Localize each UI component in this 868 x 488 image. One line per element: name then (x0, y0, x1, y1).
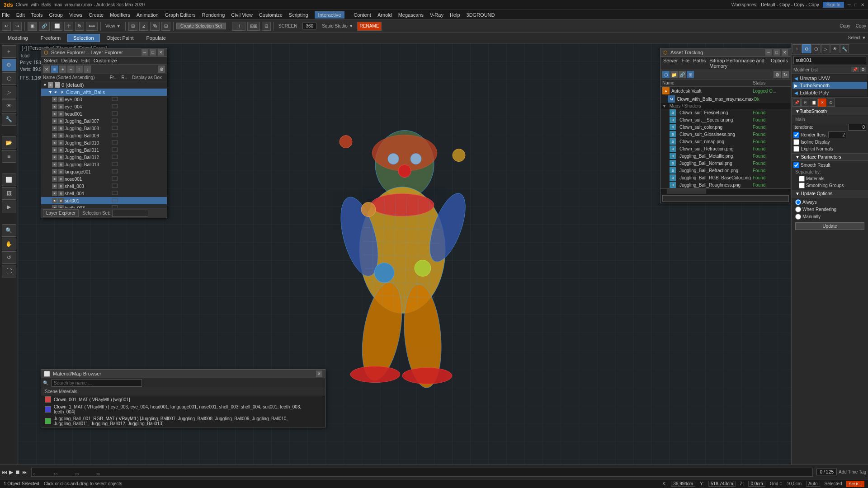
maximize-btn[interactable]: □ (854, 2, 857, 7)
menu-help[interactable]: Help (450, 12, 460, 18)
tab-freeform[interactable]: Freeform (35, 34, 67, 42)
tl-add-time-tag[interactable]: Add Time Tag (839, 469, 866, 474)
align-btn[interactable]: ⊟ (262, 22, 271, 31)
at-menu-file[interactable]: File (681, 58, 689, 69)
at-asset-juggling-ball-metallic-png[interactable]: B Juggling_Ball_Metallic.png Found (660, 152, 791, 160)
snap-toggle-btn[interactable]: ⊞ (128, 22, 137, 31)
row-vis-icon[interactable]: 👁 (52, 133, 57, 138)
at-maximize-btn[interactable]: □ (774, 49, 780, 56)
menu-vray[interactable]: V-Ray (430, 12, 443, 18)
row-rend-icon[interactable]: R (58, 140, 64, 145)
row-rend-icon[interactable]: R (58, 191, 64, 196)
rp-when-rendering-radio[interactable] (795, 206, 801, 212)
se-row-juggling-ball011[interactable]: 👁 R Juggling_Ball011 (41, 146, 167, 154)
se-menu-select[interactable]: Select (44, 58, 58, 63)
rename-btn[interactable]: RENAME (357, 22, 382, 31)
tl-next-frame-btn[interactable]: ⏭ (22, 469, 28, 475)
menu-scripting[interactable]: Scripting (289, 12, 308, 18)
rp-render-iters-input[interactable] (828, 131, 846, 138)
minimize-btn[interactable]: ─ (848, 2, 851, 7)
menu-group[interactable]: Group (49, 12, 63, 18)
se-remove-btn[interactable]: − (67, 66, 75, 73)
at-close-btn[interactable]: ✕ (782, 49, 788, 56)
row-vis-icon[interactable]: 👁 (52, 140, 57, 145)
se-row-shell-004[interactable]: 👁 R shell_004 (41, 190, 167, 197)
se-selection-set-input[interactable] (112, 210, 148, 217)
se-footer-layer-btn[interactable]: Layer Explorer (43, 209, 79, 217)
clown-vis-icon[interactable]: 👁 (53, 89, 59, 95)
row-rend-icon[interactable]: R (58, 126, 64, 131)
at-menu-server[interactable]: Server (663, 58, 678, 69)
clown-rend-icon[interactable]: R (60, 89, 65, 95)
row-vis-icon[interactable]: 👁 (52, 191, 57, 196)
rp-object-name-input[interactable] (793, 56, 866, 64)
row-rend-icon[interactable]: R (58, 205, 64, 208)
layer-render-icon[interactable]: R (55, 82, 60, 88)
copy-label-2[interactable]: Copy (856, 23, 866, 28)
menu-file[interactable]: File (2, 12, 10, 18)
menu-interactive[interactable]: Interactive (315, 11, 345, 19)
move-btn[interactable]: ✛ (64, 22, 73, 31)
se-row-clown[interactable]: ▼ 👁 R Clown_with_Balls (41, 89, 167, 96)
rotate-btn[interactable]: ↻ (75, 22, 84, 31)
copy-label-1[interactable]: Copy (840, 23, 850, 28)
rp-materials-cb[interactable] (799, 176, 805, 182)
mb-mat-2[interactable]: Clown_1_MAT ( VRayMtl ) [ eye_003, eye_0… (41, 404, 325, 415)
tl-prev-frame-btn[interactable]: ⏮ (2, 469, 7, 475)
row-vis-icon[interactable]: 👁 (52, 169, 57, 174)
workspace-value[interactable]: Default - Copy - Copy - Copy (761, 2, 819, 7)
row-vis-icon[interactable]: 👁 (52, 104, 57, 109)
rp-smooth-result-cb[interactable] (793, 162, 799, 168)
row-vis-icon[interactable]: 👁 (52, 162, 57, 167)
row-rend-icon[interactable]: R (58, 104, 64, 109)
rp-isoline-cb[interactable] (793, 139, 799, 145)
scene-explorer-icon[interactable]: 📂 (2, 136, 16, 149)
menu-create[interactable]: Create (89, 12, 104, 18)
row-rend-icon[interactable]: R (58, 147, 64, 153)
se-down-btn[interactable]: ↓ (84, 66, 91, 73)
at-path-field[interactable] (662, 195, 789, 202)
row-vis-icon[interactable]: 👁 (52, 126, 57, 131)
row-vis-icon[interactable]: 👁 (52, 183, 57, 189)
se-minimize-btn[interactable]: ─ (142, 49, 148, 56)
rp-manually-radio[interactable] (795, 214, 801, 220)
se-layer-btn[interactable]: ≡ (51, 66, 58, 73)
menu-graph-editors[interactable]: Graph Editors (165, 12, 196, 18)
rp-turbosmooth-row[interactable]: ▶ TurboSmooth (793, 82, 867, 89)
at-menu-options[interactable]: Options (771, 58, 788, 69)
at-asset-clown-suit--specular-png[interactable]: B Clown_suit__Specular.png Found (660, 116, 791, 123)
row-rend-icon[interactable]: R (58, 176, 64, 182)
select-rect-btn[interactable]: ⬜ (52, 22, 62, 31)
rp-update-btn[interactable]: Update (795, 222, 864, 230)
select-btn[interactable]: Select ▼ (848, 35, 866, 40)
se-row-juggling-ball008[interactable]: 👁 R Juggling_Ball008 (41, 125, 167, 132)
rp-modify-tab[interactable]: ⚙ (802, 44, 811, 53)
row-vis-icon[interactable]: 👁 (52, 176, 57, 182)
rp-turbosmooth-header[interactable]: ▼ TurboSmooth (792, 108, 868, 115)
studio-label[interactable]: Squid Studio ▼ (322, 23, 353, 28)
row-rend-icon[interactable]: R (58, 133, 64, 138)
se-up-btn[interactable]: ↑ (75, 66, 83, 73)
rp-pin-mod-btn[interactable]: 📌 (793, 99, 801, 107)
create-selection-set-btn[interactable]: Create Selection Set (176, 23, 226, 29)
row-vis-icon[interactable]: 👁 (52, 198, 57, 203)
maximize-viewport-icon[interactable]: ⛶ (2, 265, 16, 277)
se-row-teeth-003[interactable]: 👁 R teeth_003 (41, 204, 167, 208)
se-close-btn[interactable]: ✕ (158, 49, 164, 56)
menu-modifiers[interactable]: Modifiers (110, 12, 130, 18)
array-btn[interactable]: ⊞⊞ (247, 22, 260, 31)
at-asset-clown-suit-glossiness-png[interactable]: B Clown_suit_Glossiness.png Found (660, 131, 791, 138)
rp-hierarchy-tab[interactable]: ⬡ (811, 44, 821, 53)
rp-always-radio[interactable] (795, 199, 801, 205)
se-filter-btn[interactable]: ✕ (43, 66, 50, 73)
at-toolbar-icon1[interactable]: ⬡ (662, 71, 670, 78)
se-settings-btn[interactable]: ⚙ (158, 66, 165, 73)
tab-modeling[interactable]: Modeling (2, 34, 34, 42)
se-row-nose001[interactable]: 👁 R nose001 (41, 175, 167, 183)
se-maximize-btn[interactable]: □ (150, 49, 156, 56)
row-vis-icon[interactable]: 👁 (52, 111, 57, 117)
rp-iterations-input[interactable] (848, 124, 866, 131)
at-asset-clown-suit-color-png[interactable]: B Clown_suit_color.png Found (660, 123, 791, 131)
se-menu-edit[interactable]: Edit (81, 58, 90, 63)
menu-animation[interactable]: Animation (137, 12, 159, 18)
